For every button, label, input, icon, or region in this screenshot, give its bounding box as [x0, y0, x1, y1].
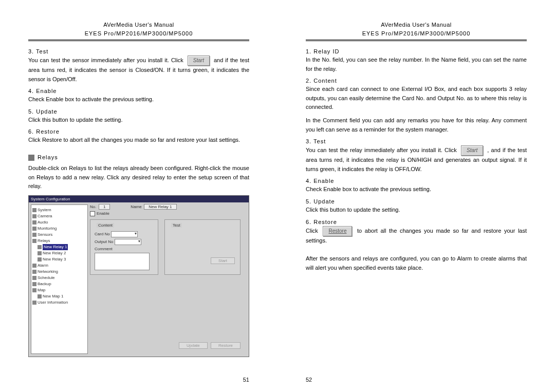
restore-button-inline: Restore [323, 226, 352, 236]
section-6-title: 6. Restore [28, 128, 249, 135]
update-button: Update [179, 342, 208, 349]
section-3-body: You can test the sensor immediately afte… [28, 55, 249, 84]
card-no-select [111, 231, 138, 237]
section-6-body: Click Restore to abort all the changes y… [306, 226, 527, 246]
config-tree: System Camera Audio Monitoring Sensors R… [31, 204, 88, 354]
system-configuration-screenshot: System Configuration System Camera Audio… [28, 195, 249, 357]
relays-body: Double-click on Relays to list the relay… [28, 164, 249, 191]
section-5-body: Click this button to update the setting. [28, 116, 249, 125]
section-3-title: 3. Test [306, 138, 527, 144]
restore-button: Restore [211, 342, 240, 349]
section-4-body: Check Enable box to activate the previou… [306, 185, 527, 194]
start-button-inline: Start [188, 55, 210, 66]
section-5-body: Click this button to update the setting. [306, 206, 527, 215]
section-2-title: 2. Content [306, 78, 527, 84]
manual-page-left: AVerMedia User's Manual EYES Pro/MP2016/… [0, 0, 278, 392]
name-field: New Relay 1 [144, 204, 176, 210]
section-6-title: 6. Restore [306, 219, 527, 225]
manual-page-right: AVerMedia User's Manual EYES Pro/MP2016/… [278, 0, 555, 392]
enable-checkbox [90, 211, 95, 216]
section-2-body-b: In the Comment field you can add any rem… [306, 116, 527, 134]
section-5-title: 5. Update [28, 108, 249, 115]
no-field: 1 [99, 204, 110, 210]
output-no-select [115, 239, 141, 245]
section-3-title: 3. Test [28, 48, 249, 54]
manual-title: AVerMedia User's Manual [28, 21, 249, 29]
page-number: 51 [243, 377, 249, 383]
content-group: Content Card No Output No Comment [90, 219, 158, 275]
relays-icon [28, 155, 34, 161]
manual-subtitle: EYES Pro/MP2016/MP3000/MP5000 [28, 29, 249, 38]
section-6-body: Click Restore to abort all the changes y… [28, 136, 249, 145]
section-4-title: 4. Enable [28, 88, 249, 94]
section-4-title: 4. Enable [306, 178, 527, 184]
start-button-inline: Start [461, 145, 483, 156]
section-4-body: Check Enable box to activate the previou… [28, 95, 249, 104]
test-group: Test Start [164, 219, 240, 275]
footer-note: After the sensors and relays are configu… [306, 254, 527, 272]
section-2-body-a: Since each card can connect to one Exter… [306, 85, 527, 112]
comment-textarea [95, 253, 150, 270]
page-number: 52 [306, 377, 312, 383]
window-title: System Configuration [29, 196, 249, 202]
tree-selected: New Relay 1 [43, 244, 68, 250]
section-1-body: In the No. field, you can see the relay … [306, 55, 527, 73]
header-rule [306, 40, 527, 41]
section-5-title: 5. Update [306, 198, 527, 204]
section-3-body: You can test the relay immediately after… [306, 145, 527, 174]
header-rule [28, 40, 249, 41]
page-header: AVerMedia User's Manual EYES Pro/MP2016/… [306, 21, 527, 38]
relays-heading: Relays [28, 154, 249, 161]
test-start-button: Start [211, 257, 235, 264]
page-header: AVerMedia User's Manual EYES Pro/MP2016/… [28, 21, 249, 38]
section-1-title: 1. Relay ID [306, 48, 527, 54]
